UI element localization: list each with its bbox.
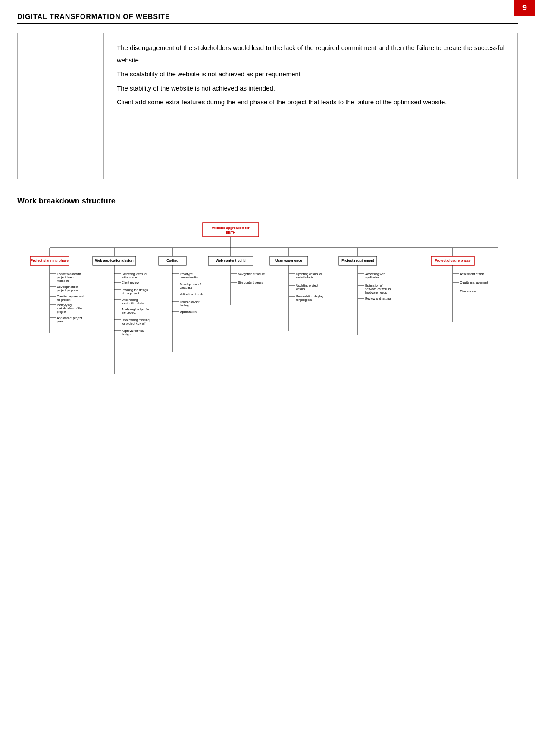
svg-text:Approval of project: Approval of project — [57, 316, 82, 320]
svg-text:Initial stage: Initial stage — [122, 276, 137, 279]
svg-text:User experience: User experience — [275, 259, 302, 262]
svg-text:Gathering ideas for: Gathering ideas for — [122, 272, 147, 276]
svg-text:for project kick-off: for project kick-off — [122, 322, 145, 325]
svg-text:application: application — [365, 276, 380, 279]
svg-text:stakeholders of the: stakeholders of the — [57, 307, 82, 310]
svg-text:the project: the project — [122, 311, 136, 315]
svg-text:Optimization: Optimization — [180, 310, 197, 314]
svg-text:project proposal: project proposal — [57, 289, 78, 292]
wbs-title: Work breakdown structure — [17, 197, 518, 206]
svg-text:details: details — [296, 287, 305, 291]
page-title: DIGITAL TRANSFORMATION OF WEBSITE — [17, 13, 518, 21]
svg-text:Updating project: Updating project — [296, 284, 318, 287]
svg-text:Web content build: Web content build — [216, 259, 245, 262]
svg-text:Undertaking meeting: Undertaking meeting — [122, 319, 150, 322]
svg-text:Review and testing: Review and testing — [365, 297, 391, 300]
svg-text:Validation of code: Validation of code — [180, 293, 203, 296]
page-number-badge: 9 — [514, 0, 535, 16]
content-right-column: The disengagement of the stakeholders wo… — [104, 33, 517, 179]
svg-text:Web application design: Web application design — [95, 259, 133, 262]
svg-text:Creating agreement: Creating agreement — [57, 295, 84, 298]
svg-text:feasiability study: feasiability study — [122, 302, 144, 305]
wbs-section: Work breakdown structure Website upgrdat… — [17, 197, 518, 427]
svg-text:Approval for final: Approval for final — [122, 329, 144, 333]
svg-text:Revising the design: Revising the design — [122, 288, 148, 292]
svg-text:design: design — [122, 333, 131, 336]
svg-text:Presentation display: Presentation display — [296, 295, 324, 298]
svg-text:Development of: Development of — [57, 285, 78, 289]
svg-text:for project: for project — [57, 298, 70, 302]
svg-text:Accessing web: Accessing web — [365, 272, 385, 276]
svg-text:Site content pages: Site content pages — [238, 281, 263, 284]
svg-text:software as well as: software as well as — [365, 287, 391, 291]
svg-text:EBTH: EBTH — [226, 231, 235, 234]
svg-text:website login: website login — [296, 276, 314, 279]
paragraph-3: The stability of the website is not achi… — [117, 82, 504, 95]
svg-text:Website upgrdation for: Website upgrdation for — [212, 226, 249, 230]
svg-text:Navigation structure: Navigation structure — [238, 272, 265, 276]
svg-text:Analysing budget for: Analysing budget for — [122, 308, 149, 311]
svg-text:Final review: Final review — [460, 290, 476, 293]
svg-text:Updating details for: Updating details for — [296, 272, 322, 276]
svg-text:Estimation of: Estimation of — [365, 284, 383, 287]
svg-text:project team: project team — [57, 276, 74, 279]
wbs-svg-container: Website upgrdation for EBTH — [17, 219, 517, 427]
content-box: The disengagement of the stakeholders wo… — [17, 33, 518, 179]
svg-text:consustruction: consustruction — [180, 276, 199, 279]
svg-text:for program: for program — [296, 298, 312, 302]
paragraph-2: The scalability of the website is not ac… — [117, 68, 504, 81]
paragraph-1: The disengagement of the stakeholders wo… — [117, 42, 504, 66]
svg-text:Prototype: Prototype — [180, 272, 193, 276]
svg-text:of the project: of the project — [122, 292, 139, 295]
svg-text:project: project — [57, 310, 66, 314]
svg-text:testing: testing — [180, 304, 189, 307]
paragraph-4: Client add some extra features during th… — [117, 96, 504, 109]
svg-text:plan: plan — [57, 320, 63, 323]
svg-text:Project planning phase: Project planning phase — [31, 259, 69, 262]
svg-text:Quality management: Quality management — [460, 281, 488, 284]
svg-text:Conversation with: Conversation with — [57, 272, 81, 275]
svg-text:Project requirement: Project requirement — [341, 259, 374, 262]
svg-text:database: database — [180, 286, 192, 289]
svg-text:Identyfying: Identyfying — [57, 303, 72, 307]
wbs-diagram: Website upgrdation for EBTH — [17, 219, 518, 427]
svg-text:Development of: Development of — [180, 283, 201, 286]
svg-text:Cross-browser: Cross-browser — [180, 300, 200, 303]
content-left-column — [18, 33, 104, 179]
svg-text:hardware needs: hardware needs — [365, 291, 387, 294]
svg-text:Project closure phase: Project closure phase — [435, 259, 471, 262]
svg-text:Client review: Client review — [122, 281, 139, 284]
wbs-svg: Website upgrdation for EBTH — [17, 219, 517, 425]
page-header: DIGITAL TRANSFORMATION OF WEBSITE — [17, 13, 518, 24]
svg-text:members: members — [57, 279, 70, 282]
svg-text:Coding: Coding — [166, 259, 178, 262]
svg-text:Undertaking: Undertaking — [122, 298, 138, 302]
svg-text:Assesment of risk: Assesment of risk — [460, 272, 484, 275]
